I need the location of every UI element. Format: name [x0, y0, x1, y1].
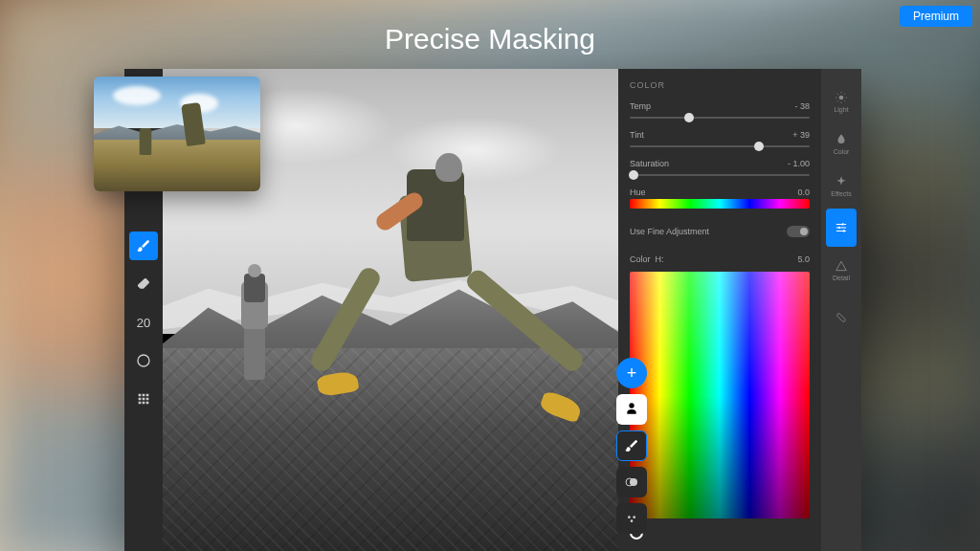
brush-size-value[interactable]: 20 — [129, 308, 158, 337]
hue-value: 0.0 — [797, 187, 810, 197]
hue-label: Hue — [630, 187, 646, 197]
color-panel: COLOR Temp - 38 Tint + 39 Saturation - 1… — [618, 69, 821, 551]
hiker-foreground — [354, 117, 546, 432]
fine-adjust-toggle[interactable] — [787, 226, 810, 237]
mask-subject-button[interactable] — [616, 394, 647, 425]
grid-icon — [136, 391, 151, 407]
pattern-tool[interactable] — [129, 385, 158, 413]
svg-point-4 — [633, 516, 635, 518]
brush-icon — [136, 238, 151, 253]
add-mask-button[interactable]: + — [616, 358, 647, 388]
fine-adjust-label: Use Fine Adjustment — [630, 227, 709, 236]
saturation-slider[interactable]: Saturation - 1.00 — [630, 159, 810, 176]
svg-point-8 — [838, 227, 840, 229]
svg-rect-10 — [836, 313, 846, 322]
dots-icon — [624, 511, 639, 526]
shape-tool[interactable] — [129, 346, 158, 375]
svg-point-2 — [630, 478, 637, 486]
person-icon — [624, 402, 639, 417]
svg-point-3 — [628, 516, 631, 518]
svg-point-9 — [843, 230, 845, 231]
premium-badge[interactable]: Premium — [900, 6, 972, 27]
temp-label: Temp — [630, 101, 651, 111]
color-h-label: H: — [656, 254, 664, 264]
sparkle-icon — [835, 175, 848, 188]
saturation-value: - 1.00 — [788, 159, 810, 168]
sun-icon — [835, 91, 848, 104]
hiker-background — [227, 262, 284, 386]
tint-value: + 39 — [792, 130, 810, 140]
tab-effects[interactable]: Effects — [826, 166, 857, 205]
color-picker-strip[interactable] — [630, 272, 810, 518]
brush-tool[interactable] — [129, 231, 158, 260]
color-value: 5.0 — [797, 254, 810, 264]
saturation-label: Saturation — [630, 159, 669, 168]
tint-label: Tint — [630, 130, 644, 140]
tint-slider[interactable]: Tint + 39 — [630, 130, 810, 147]
mask-invert-button[interactable] — [616, 467, 647, 497]
promo-headline: Precise Masking — [0, 23, 980, 55]
side-tabs: Light Color Effects Detail — [821, 69, 861, 551]
svg-point-7 — [842, 223, 844, 225]
drop-icon — [835, 133, 848, 146]
invert-icon — [624, 474, 639, 490]
tab-active-adjust[interactable] — [826, 209, 857, 247]
color-label: Color — [630, 254, 651, 264]
bandage-icon — [835, 311, 848, 324]
eraser-icon — [136, 276, 151, 292]
svg-point-5 — [631, 519, 634, 522]
temp-slider[interactable]: Temp - 38 — [630, 101, 810, 119]
svg-point-6 — [839, 95, 844, 99]
tab-light[interactable]: Light — [826, 82, 857, 121]
tab-healing[interactable] — [826, 298, 857, 337]
hue-slider[interactable]: Hue 0.0 — [630, 187, 810, 209]
tab-color[interactable]: Color — [826, 124, 857, 163]
eraser-tool[interactable] — [129, 270, 158, 298]
mask-brush-button[interactable] — [616, 430, 647, 461]
svg-point-0 — [138, 355, 149, 366]
circle-icon — [136, 353, 151, 368]
sliders-icon — [835, 221, 848, 234]
triangle-icon — [835, 259, 848, 273]
original-thumbnail — [94, 77, 260, 191]
panel-title: COLOR — [630, 80, 810, 90]
temp-value: - 38 — [794, 101, 810, 111]
tab-detail[interactable]: Detail — [826, 251, 857, 289]
mask-tools-floating: + — [616, 358, 647, 534]
mask-settings-button[interactable] — [616, 503, 647, 534]
brush-small-icon — [624, 438, 639, 453]
